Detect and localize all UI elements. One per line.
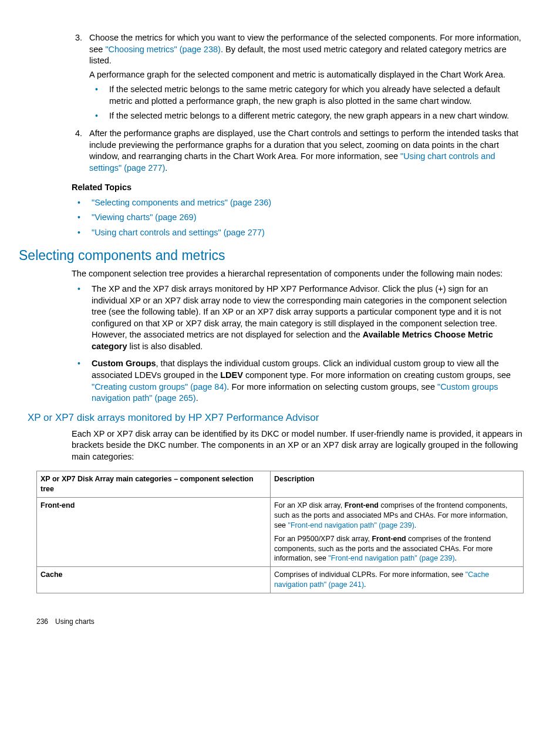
list-item: • Custom Groups, that displays the indiv…: [72, 358, 524, 404]
bullet-icon: •: [72, 197, 92, 209]
sub-item-text: If the selected metric belongs to a diff…: [109, 110, 524, 122]
paragraph: Choose the metrics for which you want to…: [89, 32, 524, 67]
cell-description: Comprises of individual CLPRs. For more …: [270, 567, 523, 593]
list-item: • The XP and the XP7 disk arrays monitor…: [72, 283, 524, 352]
related-link-item: • "Viewing charts" (page 269): [72, 212, 524, 224]
item-body: After the performance graphs are display…: [89, 128, 524, 176]
related-link-item: • "Using chart controls and settings" (p…: [72, 227, 524, 239]
table-header-row: XP or XP7 Disk Array main categories – c…: [37, 471, 524, 498]
link-choosing-metrics[interactable]: "Choosing metrics" (page 238): [105, 45, 220, 54]
categories-table: XP or XP7 Disk Array main categories – c…: [36, 471, 524, 593]
cell-paragraph: For an XP disk array, Front-end comprise…: [274, 501, 519, 531]
col-header-description: Description: [270, 471, 523, 498]
paragraph: After the performance graphs are display…: [89, 128, 524, 174]
cell-description: For an XP disk array, Front-end comprise…: [270, 498, 523, 567]
ordered-list: 3. Choose the metrics for which you want…: [72, 32, 524, 176]
link-frontend-nav-2[interactable]: "Front-end navigation path" (page 239): [328, 554, 454, 562]
subsection-heading: XP or XP7 disk arrays monitored by HP XP…: [28, 411, 524, 425]
link-frontend-nav-1[interactable]: "Front-end navigation path" (page 239): [288, 521, 414, 529]
sub-list-item: • If the selected metric belongs to the …: [89, 84, 524, 107]
subsection-intro: Each XP or XP7 disk array can be identif…: [72, 428, 524, 463]
table-row: Front-end For an XP disk array, Front-en…: [37, 498, 524, 567]
item-number: 3.: [72, 32, 89, 126]
page-number: 236: [36, 617, 48, 626]
link-creating-custom-groups[interactable]: "Creating custom groups" (page 84): [92, 382, 227, 391]
list-item-4: 4. After the performance graphs are disp…: [72, 128, 524, 176]
section-bullets: • The XP and the XP7 disk arrays monitor…: [72, 283, 524, 404]
paragraph: A performance graph for the selected com…: [89, 69, 524, 81]
item-number: 4.: [72, 128, 89, 176]
page-footer: 236Using charts: [36, 617, 524, 626]
bullet-icon: •: [72, 212, 92, 224]
list-item-text: The XP and the XP7 disk arrays monitored…: [92, 283, 524, 352]
section-intro: The component selection tree provides a …: [72, 268, 524, 280]
bullet-icon: •: [72, 227, 92, 239]
bullet-icon: •: [89, 84, 109, 107]
related-topics-list: • "Selecting components and metrics" (pa…: [72, 197, 524, 239]
related-topics-heading: Related Topics: [72, 182, 524, 194]
table-row: Cache Comprises of individual CLPRs. For…: [37, 567, 524, 593]
bullet-icon: •: [72, 358, 92, 404]
link-viewing-charts[interactable]: "Viewing charts" (page 269): [92, 212, 197, 224]
cell-category: Front-end: [37, 498, 271, 567]
sub-list-item: • If the selected metric belongs to a di…: [89, 110, 524, 122]
link-chart-controls-settings[interactable]: "Using chart controls and settings" (pag…: [92, 227, 265, 239]
cell-category: Cache: [37, 567, 271, 593]
cell-paragraph: For an P9500/XP7 disk array, Front-end c…: [274, 534, 519, 564]
list-item-text: Custom Groups, that displays the individ…: [92, 358, 524, 404]
bullet-icon: •: [72, 283, 92, 352]
item-body: Choose the metrics for which you want to…: [89, 32, 524, 126]
related-link-item: • "Selecting components and metrics" (pa…: [72, 197, 524, 209]
col-header-categories: XP or XP7 Disk Array main categories – c…: [37, 471, 271, 498]
sub-list: • If the selected metric belongs to the …: [89, 84, 524, 122]
footer-label: Using charts: [55, 617, 95, 626]
link-selecting-components[interactable]: "Selecting components and metrics" (page…: [92, 197, 271, 209]
sub-item-text: If the selected metric belongs to the sa…: [109, 84, 524, 107]
section-heading: Selecting components and metrics: [19, 247, 524, 265]
list-item-3: 3. Choose the metrics for which you want…: [72, 32, 524, 126]
bullet-icon: •: [89, 110, 109, 122]
